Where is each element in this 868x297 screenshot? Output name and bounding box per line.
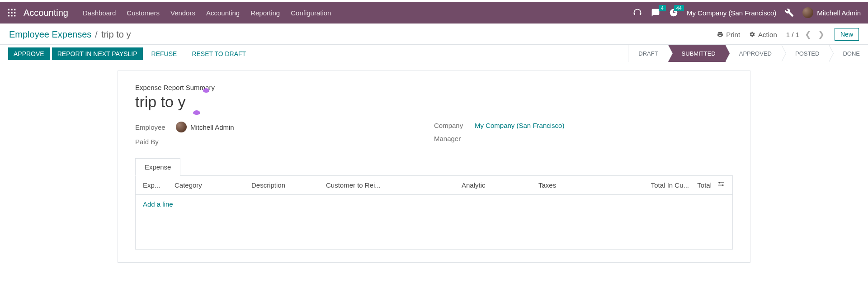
- field-manager: Manager: [434, 132, 733, 145]
- nav-item-dashboard[interactable]: Dashboard: [83, 9, 116, 17]
- status-step-done[interactable]: DONE: [829, 45, 868, 62]
- support-icon[interactable]: [632, 8, 642, 18]
- record-title[interactable]: trip to y: [135, 93, 733, 111]
- nav-menu: Dashboard Customers Vendors Accounting R…: [83, 9, 632, 17]
- apps-icon[interactable]: [7, 8, 16, 17]
- new-button[interactable]: New: [835, 28, 859, 41]
- employee-name: Mitchell Admin: [190, 123, 234, 131]
- svg-rect-2: [14, 9, 15, 10]
- th-description[interactable]: Description: [249, 181, 323, 189]
- form-background: Expense Report Summary trip to y Employe…: [0, 63, 868, 263]
- svg-rect-7: [11, 15, 12, 16]
- print-icon: [717, 31, 723, 38]
- svg-rect-4: [11, 12, 12, 13]
- status-actions: APPROVE REPORT IN NEXT PAYSLIP REFUSE RE…: [0, 45, 252, 63]
- status-step-approved[interactable]: APPROVED: [726, 45, 782, 62]
- svg-rect-8: [14, 15, 15, 16]
- nav-item-configuration[interactable]: Configuration: [291, 9, 331, 17]
- field-employee: Employee Mitchell Admin: [135, 119, 434, 135]
- th-total-text: Total: [697, 181, 712, 189]
- messages-badge: 4: [659, 5, 666, 11]
- pager: 1 / 1 ❮ ❯: [786, 29, 826, 39]
- user-name: Mitchell Admin: [817, 9, 861, 17]
- status-step-posted[interactable]: POSTED: [782, 45, 829, 62]
- breadcrumb-back[interactable]: Employee Expenses: [9, 29, 91, 40]
- pager-next-icon[interactable]: ❯: [817, 29, 826, 39]
- th-total[interactable]: Total: [692, 180, 728, 190]
- employee-value[interactable]: Mitchell Admin: [176, 122, 234, 132]
- form-fields: Employee Mitchell Admin Paid By Company …: [135, 119, 733, 148]
- annotation-bubble-icon: [193, 110, 200, 115]
- status-steps: DRAFT SUBMITTED APPROVED POSTED DONE: [628, 45, 868, 63]
- expense-table: Exp... Category Description Customer to …: [135, 176, 733, 250]
- approve-button[interactable]: APPROVE: [8, 47, 50, 60]
- svg-rect-3: [8, 12, 9, 13]
- svg-rect-12: [718, 185, 724, 186]
- control-panel: Employee Expenses / trip to y Print Acti…: [0, 24, 868, 45]
- record-title-text: trip to y: [135, 93, 185, 110]
- refuse-button[interactable]: REFUSE: [145, 47, 184, 60]
- pager-value[interactable]: 1 / 1: [786, 31, 799, 38]
- tab-headers: Expense: [135, 158, 733, 176]
- th-taxes[interactable]: Taxes: [536, 181, 619, 189]
- employee-label: Employee: [135, 123, 176, 131]
- svg-rect-1: [11, 9, 12, 10]
- employee-avatar-icon: [176, 122, 187, 132]
- pager-prev-icon[interactable]: ❮: [804, 29, 812, 39]
- user-menu[interactable]: Mitchell Admin: [802, 7, 861, 18]
- summary-label: Expense Report Summary: [135, 84, 733, 91]
- company-value[interactable]: My Company (San Francisco): [475, 122, 564, 129]
- manager-label: Manager: [434, 135, 475, 142]
- nav-right: 4 44 My Company (San Francisco) Mitchell…: [632, 7, 861, 18]
- print-label: Print: [726, 31, 740, 38]
- company-selector[interactable]: My Company (San Francisco): [687, 9, 776, 17]
- messages-icon[interactable]: 4: [651, 8, 660, 18]
- company-label: Company: [434, 122, 475, 129]
- report-payslip-button[interactable]: REPORT IN NEXT PAYSLIP: [52, 47, 143, 60]
- breadcrumb-current: trip to y: [101, 29, 131, 40]
- svg-rect-10: [718, 183, 724, 184]
- tab-expense[interactable]: Expense: [135, 158, 180, 176]
- form-sheet: Expense Report Summary trip to y Employe…: [118, 71, 750, 263]
- breadcrumb: Employee Expenses / trip to y: [9, 29, 131, 40]
- form-col-right: Company My Company (San Francisco) Manag…: [434, 119, 733, 148]
- th-analytic[interactable]: Analytic: [459, 181, 536, 189]
- status-step-draft[interactable]: DRAFT: [628, 45, 668, 62]
- notebook: Expense Exp... Category Description Cust…: [135, 158, 733, 250]
- annotation-bubble-icon: [203, 88, 209, 93]
- app-title[interactable]: Accounting: [24, 8, 68, 18]
- field-paidby: Paid By: [135, 135, 434, 148]
- optional-columns-icon[interactable]: [717, 180, 725, 190]
- nav-item-vendors[interactable]: Vendors: [170, 9, 195, 17]
- th-customer[interactable]: Customer to Rei...: [323, 181, 459, 189]
- th-category[interactable]: Category: [172, 181, 249, 189]
- action-label: Action: [758, 31, 777, 38]
- cp-buttons: Print Action 1 / 1 ❮ ❯ New: [717, 28, 859, 41]
- svg-rect-5: [14, 12, 15, 13]
- table-body: Add a line: [136, 195, 732, 249]
- action-button[interactable]: Action: [749, 31, 777, 38]
- status-bar: APPROVE REPORT IN NEXT PAYSLIP REFUSE RE…: [0, 45, 868, 63]
- breadcrumb-sep: /: [95, 29, 98, 40]
- gear-icon: [749, 31, 755, 38]
- th-total-incur[interactable]: Total In Cu...: [619, 181, 692, 189]
- nav-item-reporting[interactable]: Reporting: [250, 9, 280, 17]
- field-company: Company My Company (San Francisco): [434, 119, 733, 132]
- nav-item-accounting[interactable]: Accounting: [206, 9, 240, 17]
- activities-badge: 44: [674, 5, 684, 11]
- main-navbar: Accounting Dashboard Customers Vendors A…: [0, 2, 868, 24]
- table-head: Exp... Category Description Customer to …: [136, 176, 732, 195]
- th-expense-date[interactable]: Exp...: [140, 181, 172, 189]
- add-line-button[interactable]: Add a line: [136, 195, 732, 213]
- svg-rect-0: [8, 9, 9, 10]
- status-step-submitted[interactable]: SUBMITTED: [668, 45, 726, 62]
- debug-icon[interactable]: [784, 8, 794, 18]
- avatar-icon: [802, 7, 813, 18]
- activities-icon[interactable]: 44: [669, 8, 679, 18]
- nav-item-customers[interactable]: Customers: [127, 9, 160, 17]
- reset-draft-button[interactable]: RESET TO DRAFT: [185, 47, 252, 60]
- svg-rect-6: [8, 15, 9, 16]
- form-col-left: Employee Mitchell Admin Paid By: [135, 119, 434, 148]
- paidby-label: Paid By: [135, 138, 176, 146]
- print-button[interactable]: Print: [717, 31, 740, 38]
